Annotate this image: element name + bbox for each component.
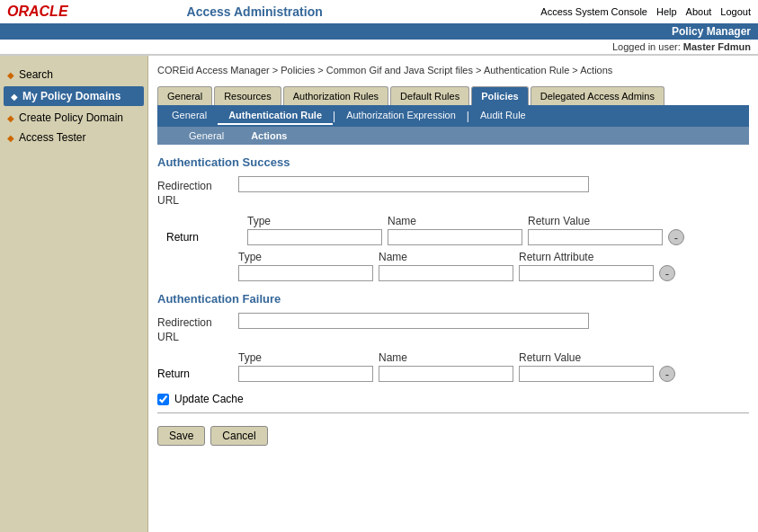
auth-failure-redirect-input[interactable] bbox=[238, 313, 589, 329]
sidebar-link-my-policy-domains[interactable]: My Policy Domains bbox=[22, 90, 120, 102]
name-col-header2: Name bbox=[379, 251, 513, 263]
auth-success-fields-row1: Type Name Return Value - bbox=[247, 215, 684, 245]
logged-in-label: Logged in user: bbox=[612, 41, 681, 52]
type-input-1[interactable] bbox=[247, 229, 382, 245]
auth-failure-return-section: Return Type Name Return Value - bbox=[157, 351, 749, 382]
type-input-2[interactable] bbox=[238, 265, 373, 281]
auth-success-return-section: Return Type Name Return Value - bbox=[157, 215, 749, 281]
type-field-group2: Type bbox=[238, 251, 373, 281]
divider bbox=[157, 412, 749, 413]
tab-default-rules[interactable]: Default Rules bbox=[390, 86, 469, 105]
sidebar-item-my-policy-domains[interactable]: ◆ My Policy Domains bbox=[4, 86, 144, 106]
failure-name-field-group: Name bbox=[379, 351, 513, 382]
logged-in-user: Master Fdmun bbox=[683, 41, 751, 52]
sidebar-link-access-tester[interactable]: Access Tester bbox=[19, 131, 85, 144]
failure-return-label: Return bbox=[157, 351, 229, 380]
tab-resources[interactable]: Resources bbox=[214, 86, 281, 105]
tab2-audit-rule[interactable]: Audit Rule bbox=[469, 107, 537, 125]
minus-button-3[interactable]: - bbox=[659, 366, 675, 382]
update-cache-label: Update Cache bbox=[174, 393, 244, 405]
bullet-icon-create: ◆ bbox=[7, 113, 14, 123]
logged-in-bar: Logged in user: Master Fdmun bbox=[0, 40, 758, 55]
tab2-general[interactable]: General bbox=[161, 107, 218, 125]
bullet-icon-active: ◆ bbox=[11, 92, 18, 102]
failure-type-field-group: Type bbox=[238, 351, 373, 382]
nav-about[interactable]: About bbox=[686, 6, 712, 17]
nav-access-system-console[interactable]: Access System Console bbox=[540, 6, 647, 17]
breadcrumb-actions: Actions bbox=[580, 65, 612, 75]
update-cache-checkbox[interactable] bbox=[157, 394, 169, 405]
minus-button-1[interactable]: - bbox=[668, 229, 684, 245]
failure-return-value-input[interactable] bbox=[519, 366, 654, 382]
tab2-authentication-rule[interactable]: Authentication Rule bbox=[218, 107, 333, 125]
bullet-icon: ◆ bbox=[7, 70, 14, 80]
update-cache-row: Update Cache bbox=[157, 393, 749, 405]
auth-success-title: Authentication Success bbox=[157, 155, 749, 169]
sidebar: ◆ Search ◆ My Policy Domains ◆ Create Po… bbox=[0, 56, 148, 532]
name-col-header1: Name bbox=[388, 215, 522, 227]
tab-authorization-rules[interactable]: Authorization Rules bbox=[283, 86, 388, 105]
name-field-group1: Name bbox=[388, 215, 522, 245]
tab2-authorization-expression[interactable]: Authorization Expression bbox=[335, 107, 467, 125]
bullet-icon-access: ◆ bbox=[7, 133, 14, 143]
tabs-row1: General Resources Authorization Rules De… bbox=[157, 86, 749, 105]
auth-failure-title: Authentication Failure bbox=[157, 292, 749, 306]
name-input-1[interactable] bbox=[388, 229, 522, 245]
type-col-header2: Type bbox=[238, 251, 373, 263]
tab-general[interactable]: General bbox=[157, 86, 212, 105]
failure-type-col-header: Type bbox=[238, 351, 373, 364]
subtab-actions[interactable]: Actions bbox=[237, 129, 300, 143]
failure-name-col-header: Name bbox=[379, 351, 513, 364]
button-row: Save Cancel bbox=[157, 421, 749, 451]
auth-failure-fields-row1: Type Name Return Value - bbox=[238, 351, 675, 382]
tabs-row2: General Authentication Rule | Authorizat… bbox=[157, 105, 749, 127]
return-value-input-1[interactable] bbox=[528, 229, 663, 245]
type-field-group1: Type bbox=[247, 215, 382, 245]
return-attr-input[interactable] bbox=[519, 265, 654, 281]
save-button[interactable]: Save bbox=[157, 426, 205, 446]
sidebar-item-create-policy-domain[interactable]: ◆ Create Policy Domain bbox=[0, 108, 147, 128]
sidebar-link-create-policy-domain[interactable]: Create Policy Domain bbox=[19, 111, 123, 124]
auth-success-redirect-row: RedirectionURL bbox=[157, 176, 749, 208]
return-attr-col-header: Return Attribute bbox=[519, 251, 654, 263]
auth-success-fields-row2: Type Name Return Attribute - bbox=[238, 251, 749, 281]
header: ORACLE Access Administration Access Syst… bbox=[0, 0, 758, 56]
logo-area: ORACLE Access Administration bbox=[7, 4, 323, 20]
breadcrumb-common-gif[interactable]: Common Gif and Java Script files bbox=[326, 65, 473, 75]
return-value-col-header1: Return Value bbox=[528, 215, 663, 227]
failure-type-input[interactable] bbox=[238, 366, 373, 382]
nav-logout[interactable]: Logout bbox=[720, 6, 751, 17]
sidebar-item-access-tester[interactable]: ◆ Access Tester bbox=[0, 128, 147, 147]
breadcrumb-coreid[interactable]: COREid Access Manager bbox=[157, 65, 270, 75]
oracle-logo: ORACLE bbox=[7, 4, 68, 20]
return-attr-field-group: Return Attribute bbox=[519, 251, 654, 281]
auth-failure-redirect-row: RedirectionURL bbox=[157, 313, 749, 344]
breadcrumb-policies[interactable]: Policies bbox=[281, 65, 315, 75]
auth-success-redirect-input[interactable] bbox=[238, 176, 589, 192]
breadcrumb: COREid Access Manager > Policies > Commo… bbox=[157, 61, 749, 79]
minus-button-2[interactable]: - bbox=[659, 265, 675, 281]
return-value-field-group1: Return Value bbox=[528, 215, 663, 245]
sidebar-link-search[interactable]: Search bbox=[19, 68, 53, 81]
failure-redirect-url-label: RedirectionURL bbox=[157, 313, 229, 344]
subtabs-row: General Actions bbox=[157, 127, 749, 145]
auth-success-return-row: Return Type Name Return Value - bbox=[238, 215, 749, 245]
tab-policies[interactable]: Policies bbox=[471, 86, 529, 105]
failure-name-input[interactable] bbox=[379, 366, 513, 382]
header-nav: Access System Console Help About Logout bbox=[540, 6, 751, 17]
app-title: Access Administration bbox=[187, 4, 323, 19]
sidebar-item-search[interactable]: ◆ Search bbox=[0, 65, 147, 84]
name-input-2[interactable] bbox=[379, 265, 513, 281]
content: COREid Access Manager > Policies > Commo… bbox=[148, 56, 758, 532]
cancel-button[interactable]: Cancel bbox=[210, 426, 267, 446]
tab-delegated-access-admins[interactable]: Delegated Access Admins bbox=[531, 86, 664, 105]
policy-manager-bar: Policy Manager bbox=[0, 23, 758, 40]
header-top: ORACLE Access Administration Access Syst… bbox=[0, 0, 758, 23]
redirect-url-label: RedirectionURL bbox=[157, 176, 229, 208]
main-layout: ◆ Search ◆ My Policy Domains ◆ Create Po… bbox=[0, 56, 758, 532]
subtab-general[interactable]: General bbox=[175, 129, 237, 143]
breadcrumb-auth-rule[interactable]: Authentication Rule bbox=[484, 65, 569, 75]
nav-help[interactable]: Help bbox=[656, 6, 677, 17]
failure-return-value-col-header: Return Value bbox=[519, 351, 654, 364]
name-field-group2: Name bbox=[379, 251, 513, 281]
